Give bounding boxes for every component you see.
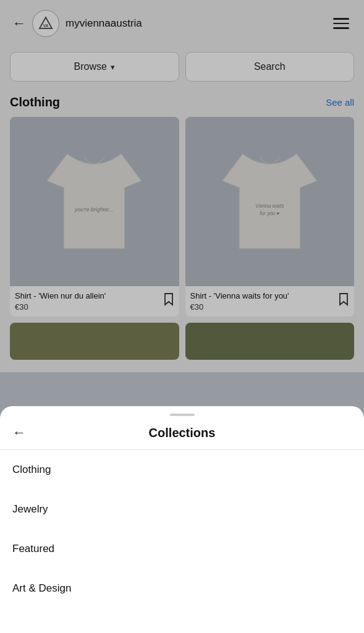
sheet-back-button[interactable]: ← [12,426,26,440]
collection-item-jewelry[interactable]: Jewelry [12,490,352,529]
collection-item-clothing[interactable]: Clothing [12,450,352,490]
collection-item-featured[interactable]: Featured [12,529,352,569]
sheet-handle [0,406,364,421]
handle-bar [170,414,195,416]
bottom-sheet: ← Collections Clothing Jewelry Featured … [0,406,364,633]
collection-item-art-design[interactable]: Art & Design [12,569,352,608]
sheet-title: Collections [149,426,216,440]
sheet-header: ← Collections [0,421,364,449]
collection-list: Clothing Jewelry Featured Art & Design [0,450,364,608]
